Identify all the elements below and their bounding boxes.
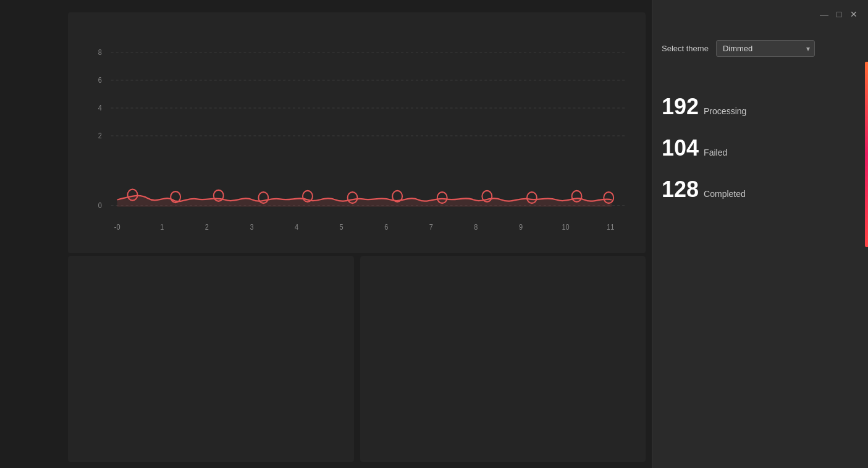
svg-text:-0: -0 — [114, 222, 120, 231]
svg-text:8: 8 — [98, 48, 102, 57]
failed-label: Failed — [704, 148, 727, 157]
svg-text:5: 5 — [340, 222, 343, 231]
window-controls: — □ ✕ — [819, 9, 859, 19]
minimize-button[interactable]: — — [819, 9, 829, 19]
processing-stat-row: 192 Processing — [662, 94, 859, 120]
bottom-panel-right — [360, 256, 646, 462]
failed-stat-row: 104 Failed — [662, 135, 859, 161]
svg-text:6: 6 — [384, 222, 388, 231]
stats-container: 192 Processing 104 Failed 128 Completed — [662, 94, 859, 203]
window-frame: 8 6 4 2 0 -0 1 2 3 4 5 6 7 8 9 10 — [0, 0, 868, 468]
theme-selector-row: Select theme Dimmed Dark Light High Cont… — [662, 40, 859, 57]
chart-area: 8 6 4 2 0 -0 1 2 3 4 5 6 7 8 9 10 — [80, 25, 633, 247]
completed-number: 128 — [662, 177, 699, 203]
theme-dropdown[interactable]: Dimmed Dark Light High Contrast — [716, 40, 815, 57]
main-content: 8 6 4 2 0 -0 1 2 3 4 5 6 7 8 9 10 — [62, 6, 652, 468]
svg-text:9: 9 — [519, 222, 523, 231]
right-sidebar: — □ ✕ Select theme Dimmed Dark Light Hig… — [652, 0, 868, 468]
failed-number: 104 — [662, 135, 699, 161]
svg-text:11: 11 — [607, 222, 614, 231]
svg-text:8: 8 — [474, 222, 478, 231]
close-button[interactable]: ✕ — [849, 9, 859, 19]
svg-text:7: 7 — [429, 222, 433, 231]
chart-panel: 8 6 4 2 0 -0 1 2 3 4 5 6 7 8 9 10 — [68, 12, 646, 253]
svg-text:10: 10 — [562, 222, 570, 231]
svg-text:1: 1 — [160, 222, 164, 231]
theme-dropdown-wrapper: Dimmed Dark Light High Contrast — [716, 40, 815, 57]
chart-svg: 8 6 4 2 0 -0 1 2 3 4 5 6 7 8 9 10 — [80, 25, 633, 247]
svg-text:4: 4 — [98, 104, 103, 112]
svg-text:3: 3 — [250, 222, 253, 231]
svg-text:2: 2 — [205, 222, 209, 231]
processing-label: Processing — [704, 106, 746, 116]
completed-label: Completed — [704, 189, 746, 199]
svg-text:6: 6 — [98, 76, 102, 85]
theme-label: Select theme — [662, 44, 709, 53]
maximize-button[interactable]: □ — [834, 9, 844, 19]
svg-text:0: 0 — [98, 201, 103, 209]
accent-bar — [865, 62, 868, 247]
bottom-panel-left — [68, 256, 354, 462]
processing-number: 192 — [662, 94, 699, 120]
bottom-panels — [68, 256, 646, 462]
svg-text:4: 4 — [295, 222, 299, 231]
completed-stat-row: 128 Completed — [662, 177, 859, 203]
svg-text:2: 2 — [98, 132, 102, 140]
